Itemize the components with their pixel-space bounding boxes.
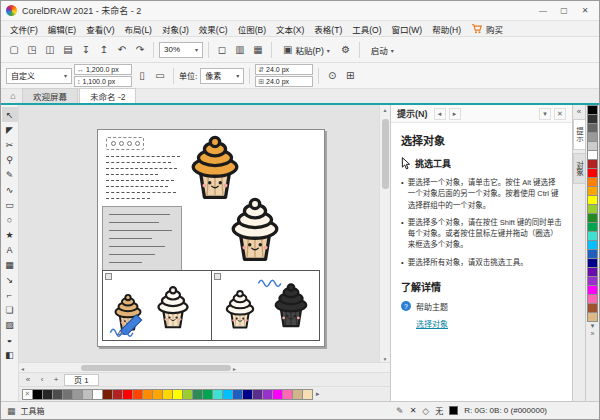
artistic-media-tool[interactable]: ∿ (2, 182, 18, 197)
collapse-dockers-icon[interactable]: « (577, 107, 581, 116)
export-icon[interactable]: ↥ (96, 41, 112, 59)
ellipse-tool[interactable]: ○ (2, 212, 18, 227)
scroll-up-icon[interactable] (380, 105, 390, 115)
cupcake-white[interactable] (222, 196, 288, 262)
welcome-home-icon[interactable]: ⌂ (4, 89, 22, 103)
shadow-tool[interactable]: ❏ (2, 302, 18, 317)
prev-page-icon[interactable]: ‹ (36, 374, 48, 386)
minimize-button[interactable]: — (534, 4, 552, 18)
color-swatch[interactable] (302, 389, 313, 400)
menu-item[interactable]: 表格(T) (309, 23, 347, 35)
menu-item[interactable]: 效果(C) (194, 23, 233, 35)
dimension-tool[interactable]: ↘ (2, 272, 18, 287)
artwork-gray-panel[interactable] (102, 206, 182, 276)
menu-item[interactable]: 文件(F) (5, 23, 43, 35)
docker-tab-hints[interactable]: 提示 (573, 119, 586, 150)
menu-item[interactable]: 工具(O) (347, 23, 386, 35)
zoom-level-select[interactable]: 30% (159, 42, 203, 58)
duplicate-distance-field[interactable]: ⊞ 24.0 px (255, 76, 313, 87)
cupcake-small-white[interactable] (220, 287, 260, 331)
connector-tool[interactable]: ⌐ (2, 287, 18, 302)
page-width-field[interactable]: ↔ 1,200.0 px (74, 64, 132, 75)
artwork-panel-right[interactable] (211, 270, 321, 341)
nudge-distance-field[interactable]: ⇵ 24.0 px (255, 64, 313, 75)
hints-back-icon[interactable]: ◂ (434, 108, 446, 120)
artwork-stamp-box[interactable] (106, 137, 144, 150)
scroll-left-icon[interactable] (19, 363, 26, 373)
document-options-icon[interactable]: ⊞ (342, 67, 358, 85)
palette-scroll-down-icon[interactable]: ▾ (591, 322, 595, 330)
menu-item[interactable]: 编辑(E) (43, 23, 81, 35)
landscape-orientation-icon[interactable]: ▭ (152, 67, 168, 85)
menu-item[interactable]: 文本(X) (271, 23, 309, 35)
maximize-button[interactable]: ▢ (555, 4, 573, 18)
rectangle-tool[interactable]: ▭ (2, 197, 18, 212)
portrait-orientation-icon[interactable]: ▯ (134, 67, 150, 85)
menu-item[interactable]: 窗口(W) (387, 23, 428, 35)
menu-item[interactable]: 布局(L) (120, 23, 157, 35)
fullscreen-preview-icon[interactable]: ◻ (214, 41, 230, 59)
cupcake-small-sketch[interactable] (151, 283, 195, 331)
artwork-text-lines[interactable] (106, 156, 180, 204)
page-size-preset-select[interactable]: 自定义 (6, 68, 72, 84)
horizontal-scrollbar[interactable] (19, 362, 390, 372)
zoom-tool[interactable]: ⚲ (2, 152, 18, 167)
horizontal-scroll-thumb[interactable] (81, 365, 231, 371)
vertical-scroll-thumb[interactable] (382, 119, 389, 189)
first-page-icon[interactable]: « (22, 374, 34, 386)
show-grid-icon[interactable]: ▦ (250, 41, 266, 59)
open-folder-icon[interactable]: ◳ (24, 41, 40, 59)
palette-flyout-icon[interactable]: » (591, 330, 595, 338)
hints-close-icon[interactable]: ✕ (554, 108, 566, 120)
no-color-swatch[interactable] (22, 389, 33, 400)
add-page-icon[interactable]: + (50, 374, 62, 386)
vertical-scrollbar[interactable] (379, 105, 390, 362)
undo-icon[interactable]: ↶ (114, 41, 130, 59)
hints-forward-icon[interactable]: ▸ (449, 108, 461, 120)
select-objects-link[interactable]: 选择对象 (416, 318, 562, 329)
redo-icon[interactable]: ↷ (132, 41, 148, 59)
toolbox-flyout-icon[interactable]: ▦ (7, 406, 16, 416)
shape-tool[interactable]: ◤ (2, 122, 18, 137)
show-rulers-icon[interactable]: ▥ (232, 41, 248, 59)
tab-untitled-2[interactable]: 未命名 -2 (79, 88, 136, 103)
scroll-right-icon[interactable] (231, 363, 238, 373)
new-document-icon[interactable]: ▢ (6, 41, 22, 59)
page-height-field[interactable]: ↕ 1,100.0 px (74, 76, 132, 87)
color-swatch[interactable] (587, 312, 598, 322)
print-icon[interactable]: ▤ (60, 41, 76, 59)
save-icon[interactable]: ◫ (42, 41, 58, 59)
text-tool[interactable]: A (2, 242, 18, 257)
import-icon[interactable]: ↧ (78, 41, 94, 59)
polygon-tool[interactable]: ★ (2, 227, 18, 242)
close-button[interactable]: ✕ (576, 4, 594, 18)
pick-tool[interactable]: ↖ (2, 107, 18, 122)
units-select[interactable]: 像素 (200, 68, 244, 84)
hints-menu-icon[interactable]: ▾ (539, 108, 551, 120)
menu-item[interactable]: 对象(J) (157, 23, 194, 35)
menu-item[interactable]: 位图(B) (233, 23, 271, 35)
docker-tab-objects[interactable]: 对象 (573, 153, 586, 184)
table-tool[interactable]: ▦ (2, 257, 18, 272)
options-gear-icon[interactable]: ⚙ (338, 41, 354, 59)
help-topics-link[interactable]: ? 帮助主题 (401, 301, 562, 312)
canvas[interactable] (19, 105, 379, 362)
transparency-tool[interactable]: ▨ (2, 317, 18, 332)
blue-scribble[interactable] (256, 275, 286, 289)
scroll-down-icon[interactable] (380, 352, 390, 362)
page-1-tab[interactable]: 页 1 (64, 374, 99, 386)
paste-button[interactable]: ▣ 粘贴(P) (277, 41, 336, 59)
snap-options-icon[interactable]: ⊙ (324, 67, 340, 85)
menu-item[interactable]: 查看(V) (81, 23, 119, 35)
fill-tool[interactable]: ◧ (2, 347, 18, 362)
launch-button[interactable]: 启动 (365, 41, 400, 59)
tab-welcome-screen[interactable]: 欢迎屏幕 (22, 88, 78, 103)
cupcake-orange[interactable] (182, 134, 248, 200)
freehand-tool[interactable]: ✎ (2, 167, 18, 182)
menu-item[interactable]: 帮助(H) (427, 23, 466, 35)
eyedropper-tool[interactable]: ◒ (2, 332, 18, 347)
crop-tool[interactable]: ✂ (2, 137, 18, 152)
artwork-panel-left[interactable] (102, 270, 212, 341)
blue-scribble[interactable] (107, 323, 139, 337)
palette-scroll-right-icon[interactable]: ▸ (316, 390, 320, 398)
